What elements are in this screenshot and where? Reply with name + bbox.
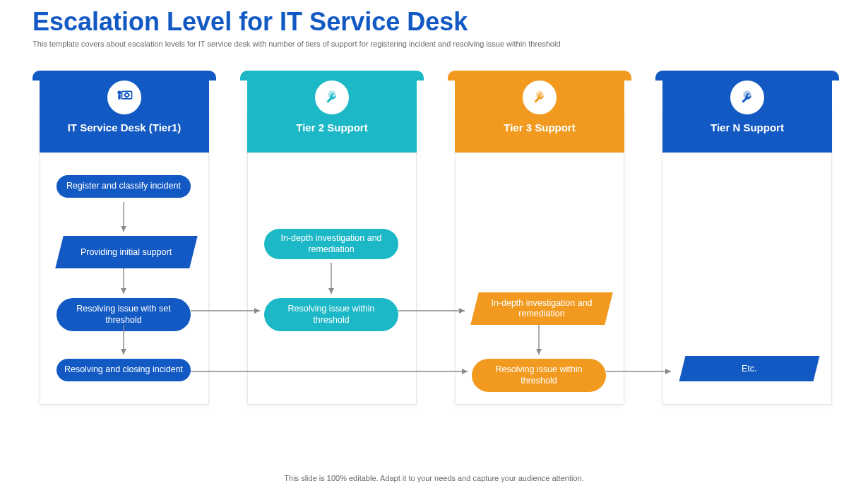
page-title: Escalation Level for IT Service Desk — [32, 7, 868, 37]
footer-note: This slide is 100% editable. Adapt it to… — [0, 474, 868, 482]
diagram-stage: IT Service Desk (Tier1) Tier 2 Support T… — [0, 62, 868, 458]
box-t3-resolve: Resolving issue within threshold — [472, 359, 606, 392]
svg-rect-1 — [118, 95, 121, 100]
page-subtitle: This template covers about escalation le… — [32, 40, 868, 48]
wrench-gear-icon — [730, 81, 764, 114]
presentation-gear-icon — [107, 81, 141, 114]
box-t2-investigation: In-depth investigation and remediation — [264, 229, 398, 259]
box-t2-resolve: Resolving issue within threshold — [264, 298, 398, 331]
box-resolve-threshold: Resolving issue with set threshold — [57, 298, 191, 331]
tier1-header: IT Service Desk (Tier1) — [40, 71, 209, 153]
tier1-label: IT Service Desk (Tier1) — [40, 121, 209, 133]
tier3-label: Tier 3 Support — [455, 121, 624, 133]
box-initial-support-text: Providing initial support — [81, 247, 172, 258]
box-close-incident: Resolving and closing incident — [57, 359, 191, 381]
box-t3-investigation-text: In-depth investigation and remediation — [482, 298, 602, 319]
wrench-gear-icon — [315, 81, 349, 114]
tier2-header: Tier 2 Support — [247, 71, 417, 153]
svg-point-3 — [125, 93, 129, 97]
box-etc-text: Etc. — [742, 364, 757, 374]
box-etc: Etc. — [679, 356, 820, 381]
box-t3-investigation: In-depth investigation and remediation — [470, 292, 612, 325]
tier2-label: Tier 2 Support — [247, 121, 417, 133]
tier4-header: Tier N Support — [662, 71, 832, 153]
box-initial-support: Providing initial support — [55, 236, 197, 268]
tier4-label: Tier N Support — [662, 121, 832, 133]
box-register-incident: Register and classify incident — [57, 175, 191, 198]
tier3-header: Tier 3 Support — [455, 71, 624, 153]
svg-point-0 — [117, 90, 121, 94]
wrench-gear-icon — [523, 81, 557, 114]
